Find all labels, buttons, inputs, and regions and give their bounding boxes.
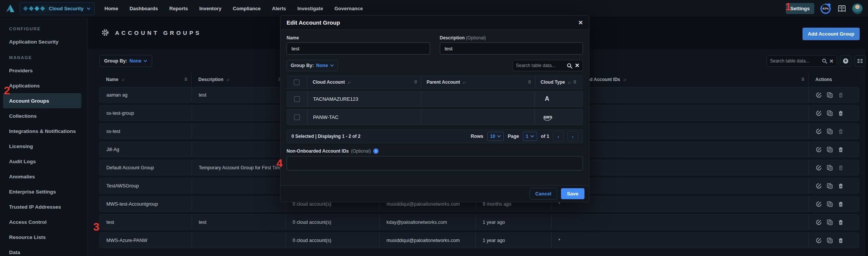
sidebar-item-licensing[interactable]: Licensing xyxy=(0,139,87,154)
nav-reports[interactable]: Reports xyxy=(169,6,188,11)
sort-icon[interactable]: ↓↑ xyxy=(623,78,626,82)
usage-ring-indicator[interactable]: 61% xyxy=(820,3,832,15)
table-row[interactable]: test test 0 cloud account(s) kday@paloal… xyxy=(99,214,859,230)
clone-icon[interactable] xyxy=(827,110,833,116)
row-checkbox[interactable] xyxy=(294,96,300,102)
clone-icon[interactable] xyxy=(827,147,833,153)
modal-group-by-dropdown[interactable]: Group By: None xyxy=(287,60,338,71)
delete-icon[interactable] xyxy=(838,237,844,244)
delete-icon[interactable] xyxy=(838,128,844,134)
product-switcher[interactable]: Cloud Security xyxy=(20,2,95,15)
select-all-checkbox[interactable] xyxy=(294,80,299,85)
column-header-cloud-account[interactable]: Cloud Account↓↑⠿ xyxy=(307,76,421,88)
column-header-parent-account[interactable]: Parent Account↓↑⠿ xyxy=(421,76,535,88)
edit-icon[interactable] xyxy=(816,237,822,244)
edit-icon[interactable] xyxy=(816,201,822,207)
sidebar-item-account-groups[interactable]: Account Groups xyxy=(3,93,81,108)
clear-search-icon[interactable]: ✕ xyxy=(829,58,834,64)
sort-icon[interactable]: ↓↑ xyxy=(567,80,570,84)
search-icon[interactable] xyxy=(567,63,572,69)
non-onboarded-account-ids-field[interactable] xyxy=(287,156,583,170)
search-icon[interactable] xyxy=(822,58,827,64)
clone-icon[interactable] xyxy=(827,92,833,98)
close-icon[interactable]: ✕ xyxy=(578,19,583,26)
column-header-description[interactable]: Description↓↑⠿ xyxy=(191,72,285,87)
sidebar-item-application-security[interactable]: Application Security xyxy=(0,34,87,49)
nav-dashboards[interactable]: Dashboards xyxy=(129,6,158,11)
description-field[interactable] xyxy=(440,42,583,55)
sort-icon[interactable]: ↓↑ xyxy=(226,78,229,82)
sidebar-item-audit-logs[interactable]: Audit Logs xyxy=(0,154,87,169)
search-input[interactable] xyxy=(770,58,822,64)
sidebar-item-applications[interactable]: Applications xyxy=(0,78,87,93)
sidebar-item-resource-lists[interactable]: Resource Lists xyxy=(0,229,87,245)
edit-icon[interactable] xyxy=(816,183,822,189)
sort-icon[interactable]: ↓↑ xyxy=(122,78,125,82)
download-button[interactable] xyxy=(840,55,851,67)
sidebar-item-enterprise-settings[interactable]: Enterprise Settings xyxy=(0,184,87,199)
sort-icon[interactable]: ↓↑ xyxy=(463,80,466,84)
edit-icon[interactable] xyxy=(816,92,822,98)
name-field[interactable] xyxy=(287,42,430,55)
clone-icon[interactable] xyxy=(827,165,833,171)
delete-icon[interactable] xyxy=(838,183,844,189)
edit-icon[interactable] xyxy=(816,110,822,116)
sort-icon[interactable]: ↓↑ xyxy=(348,80,351,84)
column-header-cloud-type[interactable]: Cloud Type↓↑⠿ xyxy=(535,76,583,88)
drag-handle-icon[interactable]: ⠿ xyxy=(414,80,417,85)
delete-icon[interactable] xyxy=(838,147,844,153)
delete-icon[interactable] xyxy=(838,165,844,171)
column-header-name[interactable]: Name↓↑⠿ xyxy=(99,77,191,82)
sidebar-item-collections[interactable]: Collections xyxy=(0,108,87,123)
sidebar-item-providers[interactable]: Providers xyxy=(0,63,87,78)
rows-per-page-select[interactable]: 10 xyxy=(487,132,504,141)
column-settings-button[interactable] xyxy=(854,55,866,67)
add-account-group-button[interactable]: Add Account Group xyxy=(803,28,860,40)
documentation-book-icon[interactable] xyxy=(837,4,847,14)
drag-handle-icon[interactable]: ⠿ xyxy=(528,80,531,85)
delete-icon[interactable] xyxy=(838,219,844,225)
drag-handle-icon[interactable]: ⠿ xyxy=(184,77,187,82)
edit-icon[interactable] xyxy=(816,128,822,134)
next-page-icon[interactable]: › xyxy=(567,131,578,141)
clone-icon[interactable] xyxy=(827,219,833,225)
row-checkbox[interactable] xyxy=(294,114,300,120)
scrollbar-track[interactable] xyxy=(865,49,868,256)
group-by-dropdown[interactable]: Group By: None xyxy=(99,55,152,67)
sidebar-item-integrations-notifications[interactable]: Integrations & Notifications xyxy=(0,123,87,139)
delete-icon[interactable] xyxy=(838,201,844,207)
page-select[interactable]: 1 xyxy=(523,132,537,141)
previous-page-icon[interactable]: ‹ xyxy=(553,131,564,141)
drag-handle-icon[interactable]: ⠿ xyxy=(573,80,576,85)
modal-search-input[interactable] xyxy=(516,63,567,68)
clone-icon[interactable] xyxy=(827,237,833,244)
sidebar-item-trusted-ip-addresses[interactable]: Trusted IP Addresses xyxy=(0,199,87,214)
table-row[interactable]: MWS-Azure-PANW 0 cloud account(s) musidd… xyxy=(99,233,859,248)
info-icon[interactable]: i xyxy=(373,148,379,154)
cancel-button[interactable]: Cancel xyxy=(530,188,557,200)
delete-icon[interactable] xyxy=(838,92,844,98)
edit-icon[interactable] xyxy=(816,219,822,225)
drag-handle-icon[interactable]: ⠿ xyxy=(801,77,804,82)
nav-home[interactable]: Home xyxy=(104,6,118,11)
nav-inventory[interactable]: Inventory xyxy=(199,6,221,11)
modal-table-row[interactable]: PANW-TAC aws xyxy=(287,109,583,125)
nav-governance[interactable]: Governance xyxy=(334,6,363,11)
user-avatar[interactable] xyxy=(852,3,863,14)
sidebar-item-access-control[interactable]: Access Control xyxy=(0,214,87,229)
modal-table-row[interactable]: TACNAMAZURE123 A xyxy=(287,91,583,107)
clone-icon[interactable] xyxy=(827,183,833,189)
sidebar-item-anomalies[interactable]: Anomalies xyxy=(0,169,87,184)
clone-icon[interactable] xyxy=(827,128,833,134)
nav-compliance[interactable]: Compliance xyxy=(233,6,261,11)
save-button[interactable]: Save xyxy=(561,188,584,199)
delete-icon[interactable] xyxy=(838,110,844,116)
nav-alerts[interactable]: Alerts xyxy=(272,6,286,11)
edit-icon[interactable] xyxy=(816,147,822,153)
nav-investigate[interactable]: Investigate xyxy=(297,6,323,11)
clone-icon[interactable] xyxy=(827,201,833,207)
edit-icon[interactable] xyxy=(816,165,822,171)
column-header-non-onboarded[interactable]: Non-Onboarded Account IDs↓↑⠿ xyxy=(551,72,808,87)
clear-search-icon[interactable]: ✕ xyxy=(575,62,580,69)
sidebar-item-data[interactable]: Data xyxy=(0,245,87,256)
